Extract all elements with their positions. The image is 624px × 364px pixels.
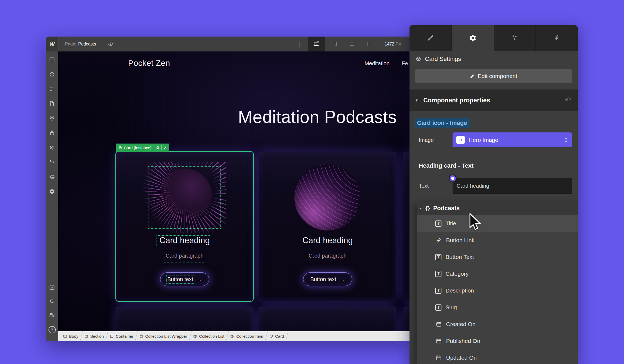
webflow-logo[interactable]: W [46,37,58,51]
field-item-description[interactable]: T Description [417,282,578,299]
breakpoint-desktop-button[interactable] [308,37,325,51]
breakpoint-mobile-portrait-button[interactable] [362,37,375,51]
search-button[interactable] [46,295,58,307]
tab-settings[interactable] [452,25,494,51]
site-brand[interactable]: Pocket Zen [128,58,170,68]
card-instance-partial[interactable] [116,307,253,331]
nav-link-meditation[interactable]: Meditation [365,60,389,67]
edit-component-pencil-icon[interactable] [162,146,169,150]
field-item-created-on[interactable]: Created On [417,316,578,333]
selected-component-label[interactable]: Card (instance) [116,144,169,152]
section-icon [84,334,88,338]
page-indicator[interactable]: Page: Podcasts [58,37,103,51]
text-property-row: Text [410,178,578,194]
card-heading[interactable]: Card heading [116,236,253,245]
collection-header-podcasts[interactable]: ▾ {} Podcasts [417,202,578,215]
cms-button[interactable] [46,112,58,124]
search-icon [49,298,55,304]
edit-component-button[interactable]: Edit component [415,69,572,83]
breakpoint-mobile-landscape-button[interactable] [346,37,359,51]
settings-button[interactable] [46,186,58,197]
breadcrumb-item-collection-item[interactable]: Collection Item [229,331,264,341]
navigator-icon [49,86,55,92]
tablet-icon [332,41,338,47]
settings-panel: Card Settings Edit component ▼ Component… [410,25,578,364]
component-settings-gear-icon[interactable] [154,146,161,150]
breakpoint-width-readout[interactable]: 1472 PX [385,37,401,51]
card-instance-partial[interactable] [259,307,396,331]
breadcrumb-label: Body [69,334,78,339]
field-item-title[interactable]: T Title [417,215,578,232]
add-icon [49,57,55,63]
cms-binding-dot[interactable] [450,175,456,181]
breadcrumb-item-section[interactable]: Section [83,331,105,341]
breakpoint-tablet-button[interactable] [329,37,342,51]
text-field-icon: T [435,304,441,311]
field-item-slug[interactable]: T Slug [417,299,578,316]
tab-style[interactable] [410,25,452,51]
image-thumb-icon [456,136,465,144]
audit-button[interactable] [46,281,58,293]
card-instance-partial[interactable] [403,307,410,331]
pages-button[interactable] [46,98,58,110]
property-name-image[interactable]: Card icon - Image [415,118,470,128]
breadcrumb-item-card[interactable]: Card [268,331,285,341]
field-item-button-text[interactable]: T Button Text [417,249,578,265]
breadcrumb-label: Collection Item [236,334,263,339]
breadcrumb-item-body[interactable]: Body [62,331,79,341]
reset-properties-icon[interactable]: ↶ [565,96,571,104]
card-instance-selected[interactable]: Card heading Card paragraph Button text … [116,152,253,301]
components-button[interactable] [46,69,58,80]
navigator-button[interactable] [46,83,58,95]
breadcrumb-item-collection-list-wrapper[interactable]: Collection List Wrapper [138,331,188,341]
field-item-category[interactable]: T Category [417,265,578,282]
link-icon [435,237,442,243]
design-canvas[interactable]: Pocket Zen Meditation Fe Meditation Podc… [58,51,410,331]
nav-link-partial[interactable]: Fe [402,60,408,67]
collection-wrapper-icon [139,334,143,338]
components-cube-icon [49,72,55,77]
field-item-updated-on[interactable]: Updated On [417,349,578,364]
component-properties-header[interactable]: ▼ Component properties ↶ [410,89,578,111]
field-item-published-on[interactable]: Published On [417,333,578,349]
tab-effects[interactable] [494,25,536,51]
preview-icon[interactable] [103,37,119,51]
add-elements-button[interactable] [46,54,58,66]
breadcrumb-label: Collection List [199,334,224,339]
ecommerce-button[interactable] [46,156,58,168]
card-heading[interactable]: Card heading [259,236,396,245]
component-cube-icon [118,146,122,150]
wave-artwork [294,164,360,230]
assets-button[interactable] [46,171,58,183]
canvas-menu-kebab-icon[interactable]: ⋮ [295,37,304,51]
breadcrumb-label: Section [90,334,104,339]
card-paragraph[interactable]: Card paragraph [259,253,396,259]
field-label: Button Link [446,237,474,243]
breadcrumb-item-container[interactable]: Container [109,331,134,341]
collapse-triangle-icon[interactable]: ▾ [420,206,422,210]
pencil-icon [470,74,474,79]
hero-title[interactable]: Meditation Podcasts [238,107,397,127]
logic-button[interactable] [46,127,58,139]
video-tutorials-button[interactable] [46,310,58,321]
text-property-input[interactable] [453,178,572,194]
breadcrumb-item-collection-list[interactable]: Collection List [192,331,225,341]
card-button[interactable]: Button text → [160,272,209,286]
card-instance[interactable]: Card heading Card paragraph Button text … [259,152,396,301]
field-item-button-link[interactable]: Button Link [417,232,578,249]
help-button[interactable]: ? [46,324,58,336]
tree-indent-line [419,215,419,364]
tab-interactions[interactable] [536,25,578,51]
text-field-icon: T [435,288,441,294]
collapse-triangle-icon[interactable]: ▼ [415,98,418,102]
section-divider [410,155,578,155]
image-property-select[interactable]: Hero Image [453,132,572,147]
card-icon-image[interactable] [148,167,220,228]
field-label: Button Text [446,254,474,260]
card-paragraph[interactable]: Card paragraph [116,253,253,259]
gear-icon [469,34,477,42]
breadcrumb-separator [225,331,229,341]
users-button[interactable] [46,142,58,154]
card-instance-partial[interactable] [403,152,410,301]
card-button[interactable]: Button text → [303,272,352,286]
